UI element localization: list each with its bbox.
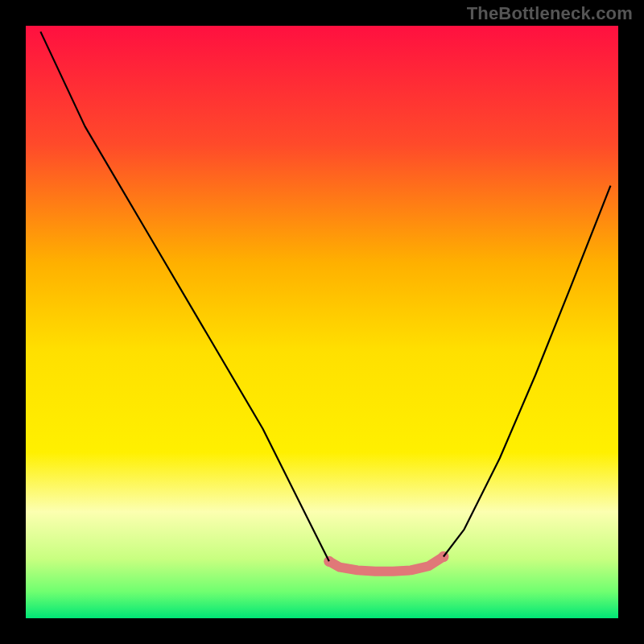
watermark-text: TheBottleneck.com [467, 3, 633, 24]
bottleneck-chart [0, 0, 644, 644]
plot-background [26, 26, 618, 618]
valley-floor-left-dot [324, 556, 334, 567]
chart-frame: TheBottleneck.com [0, 0, 644, 644]
